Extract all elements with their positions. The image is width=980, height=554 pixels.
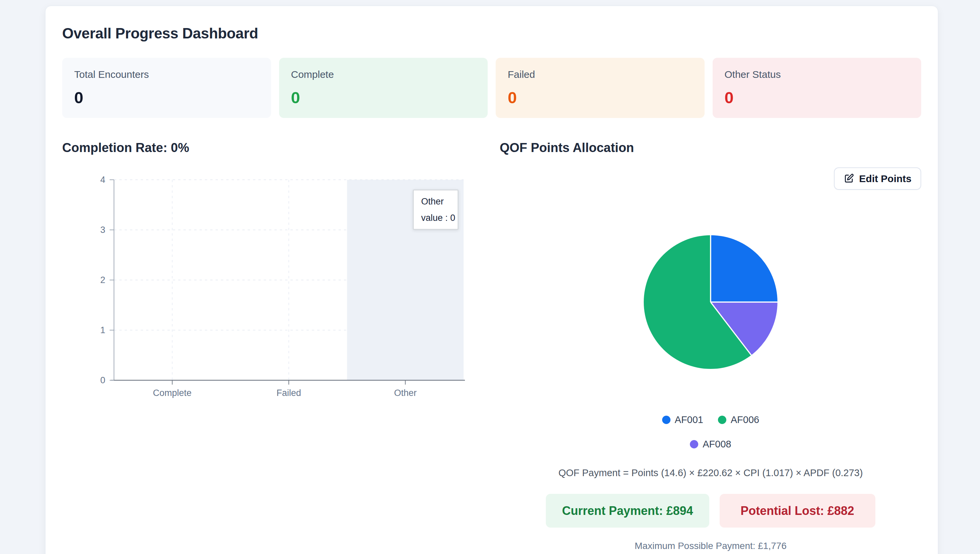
stat-label: Other Status (725, 69, 910, 80)
pie-slice-dividers (644, 235, 778, 369)
legend-item-AF001[interactable]: AF001 (662, 412, 703, 427)
payment-row: Current Payment: £894 Potential Lost: £8… (500, 494, 921, 528)
y-axis-tick-label: 2 (100, 275, 105, 285)
tooltip-title: Other (421, 197, 457, 206)
stat-card-other-status: Other Status 0 (712, 58, 921, 118)
edit-icon (844, 174, 854, 184)
stat-card-total-encounters: Total Encounters 0 (62, 58, 271, 118)
completion-rate-title: Completion Rate: 0% (62, 141, 189, 155)
tooltip-value: value : 0 (421, 213, 457, 223)
dashboard-card: Overall Progress Dashboard Total Encount… (45, 6, 938, 554)
max-payment-note: Maximum Possible Payment: £1,776 (500, 541, 921, 551)
qof-payment-formula: QOF Payment = Points (14.6) × £220.62 × … (500, 468, 921, 479)
edit-points-label: Edit Points (859, 173, 911, 185)
legend-label: AF008 (703, 439, 731, 450)
stat-card-failed: Failed 0 (496, 58, 704, 118)
page-title: Overall Progress Dashboard (62, 25, 258, 42)
edit-points-button[interactable]: Edit Points (834, 167, 921, 190)
qof-pie-chart (644, 235, 778, 369)
x-axis-category-label: Other (394, 388, 417, 398)
stat-value: 0 (725, 88, 910, 107)
stat-value: 0 (291, 88, 476, 107)
y-axis-tick-label: 0 (100, 375, 105, 385)
stats-row: Total Encounters 0 Complete 0 Failed 0 O… (62, 58, 921, 116)
completion-bar-chart: 01234CompleteFailedOther Other value : 0 (62, 174, 480, 404)
legend-dot (662, 416, 671, 424)
stat-label: Failed (508, 69, 693, 80)
legend-item-AF008[interactable]: AF008 (690, 436, 731, 452)
potential-lost-badge: Potential Lost: £882 (720, 494, 875, 528)
legend-label: AF001 (675, 414, 703, 425)
pie-divider (711, 302, 751, 355)
pie-legend: AF001AF006AF008 (644, 412, 778, 452)
stat-value: 0 (508, 88, 693, 107)
y-axis-tick-label: 1 (100, 325, 105, 335)
stat-label: Total Encounters (74, 69, 259, 80)
page-background: { "page": { "background": "#f1f4f9" }, "… (0, 0, 980, 554)
legend-label: AF006 (731, 414, 759, 425)
y-axis-tick-label: 3 (100, 225, 105, 235)
qof-title: QOF Points Allocation (500, 141, 634, 155)
stat-value: 0 (74, 88, 259, 107)
x-axis-category-label: Complete (153, 388, 192, 398)
y-axis-tick-label: 4 (100, 175, 105, 185)
legend-dot (690, 440, 698, 448)
stat-card-complete: Complete 0 (279, 58, 488, 118)
legend-dot (718, 416, 726, 424)
legend-item-AF006[interactable]: AF006 (718, 412, 759, 427)
stat-label: Complete (291, 69, 476, 80)
chart-tooltip: Other value : 0 (413, 189, 459, 230)
x-axis-category-label: Failed (276, 388, 301, 398)
current-payment-badge: Current Payment: £894 (546, 494, 709, 528)
